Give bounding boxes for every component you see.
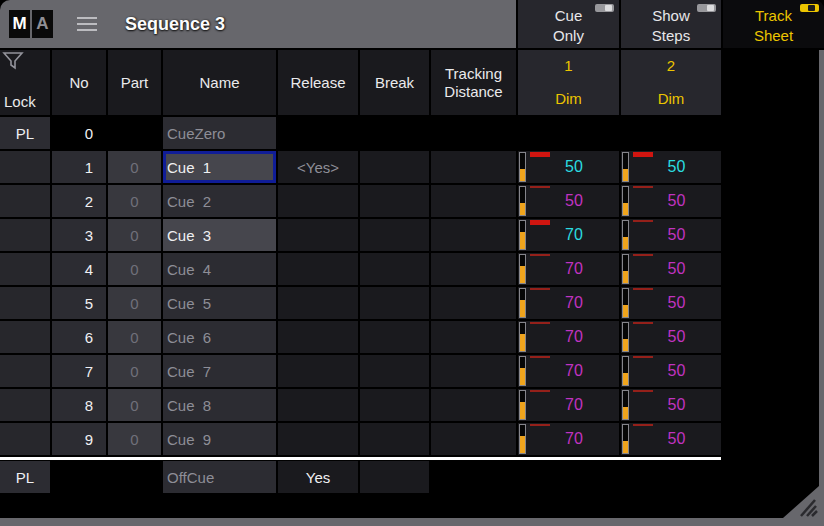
- lock-cell[interactable]: PL: [0, 117, 50, 149]
- lock-cell[interactable]: [0, 185, 50, 217]
- tracking-distance-cell[interactable]: [431, 461, 516, 493]
- tracking-distance-cell[interactable]: [431, 423, 516, 455]
- break-cell[interactable]: [360, 355, 429, 387]
- cue-only-button[interactable]: Cue Only: [518, 0, 619, 48]
- value-cell-1[interactable]: 70: [518, 253, 619, 285]
- cue-name-cell[interactable]: Cue 1: [163, 151, 276, 183]
- part-column-header[interactable]: Part: [108, 50, 161, 115]
- cue-number-cell[interactable]: [52, 461, 106, 493]
- value-cell-1[interactable]: 50: [518, 185, 619, 217]
- part-cell[interactable]: 0: [108, 389, 161, 421]
- release-cell[interactable]: [278, 423, 358, 455]
- cue-name-cell[interactable]: Cue 9: [163, 423, 276, 455]
- break-cell[interactable]: [360, 461, 429, 493]
- tracking-distance-cell[interactable]: [431, 151, 516, 183]
- value-cell-1[interactable]: 70: [518, 287, 619, 319]
- value-cell-1[interactable]: 70: [518, 423, 619, 455]
- cue-name-cell[interactable]: Cue 8: [163, 389, 276, 421]
- show-steps-button[interactable]: Show Steps: [621, 0, 721, 48]
- cue-name-cell[interactable]: Cue 4: [163, 253, 276, 285]
- tracking-distance-column-header[interactable]: Tracking Distance: [431, 50, 516, 115]
- cue-number-cell[interactable]: 1: [52, 151, 106, 183]
- part-cell[interactable]: [108, 461, 161, 493]
- cue-number-cell[interactable]: 7: [52, 355, 106, 387]
- cue-number-cell[interactable]: 3: [52, 219, 106, 251]
- release-cell[interactable]: [278, 321, 358, 353]
- cue-number-cell[interactable]: 5: [52, 287, 106, 319]
- window-menu-icon[interactable]: [77, 17, 97, 31]
- track-column-header-2[interactable]: 2 Dim: [621, 50, 721, 115]
- lock-cell[interactable]: [0, 355, 50, 387]
- value-cell-1[interactable]: 70: [518, 389, 619, 421]
- value-cell-1[interactable]: 50: [518, 151, 619, 183]
- cue-number-cell[interactable]: 9: [52, 423, 106, 455]
- track-sheet-button[interactable]: Track Sheet: [723, 0, 824, 48]
- cue-number-cell[interactable]: 8: [52, 389, 106, 421]
- part-cell[interactable]: 0: [108, 355, 161, 387]
- tracking-distance-cell[interactable]: [431, 253, 516, 285]
- cue-number-cell[interactable]: 4: [52, 253, 106, 285]
- value-cell-2[interactable]: 50: [621, 321, 721, 353]
- value-cell-2[interactable]: 50: [621, 423, 721, 455]
- tracking-distance-cell[interactable]: [431, 287, 516, 319]
- window-right-edge[interactable]: [819, 50, 824, 518]
- value-cell-2[interactable]: 50: [621, 287, 721, 319]
- cue-name-cell[interactable]: Cue 3: [163, 219, 276, 251]
- title-bar-main[interactable]: M A Sequence 3: [0, 0, 516, 48]
- release-cell[interactable]: [278, 355, 358, 387]
- tracking-distance-cell[interactable]: [431, 321, 516, 353]
- tracking-distance-cell[interactable]: [431, 355, 516, 387]
- lock-column-header[interactable]: Lock: [0, 50, 50, 115]
- value-cell-1[interactable]: 70: [518, 321, 619, 353]
- value-cell-2[interactable]: 50: [621, 151, 721, 183]
- break-cell[interactable]: [360, 219, 429, 251]
- ma-logo[interactable]: M A: [9, 10, 53, 38]
- part-cell[interactable]: 0: [108, 287, 161, 319]
- tracking-distance-cell[interactable]: [431, 219, 516, 251]
- value-cell-2[interactable]: 50: [621, 253, 721, 285]
- value-cell-2[interactable]: 50: [621, 389, 721, 421]
- break-cell[interactable]: [360, 151, 429, 183]
- value-cell-1[interactable]: [518, 117, 619, 149]
- value-cell-2[interactable]: [621, 461, 721, 493]
- lock-cell[interactable]: PL: [0, 461, 50, 493]
- lock-cell[interactable]: [0, 287, 50, 319]
- cue-name-cell[interactable]: Cue 2: [163, 185, 276, 217]
- value-cell-2[interactable]: 50: [621, 355, 721, 387]
- cue-number-cell[interactable]: 2: [52, 185, 106, 217]
- track-column-header-1[interactable]: 1 Dim: [518, 50, 619, 115]
- part-cell[interactable]: 0: [108, 423, 161, 455]
- part-cell[interactable]: 0: [108, 219, 161, 251]
- tracking-distance-cell[interactable]: [431, 117, 516, 149]
- window-bottom-edge[interactable]: [0, 518, 824, 526]
- value-cell-1[interactable]: [518, 461, 619, 493]
- release-cell[interactable]: [278, 253, 358, 285]
- release-column-header[interactable]: Release: [278, 50, 358, 115]
- break-column-header[interactable]: Break: [360, 50, 429, 115]
- break-cell[interactable]: [360, 389, 429, 421]
- part-cell[interactable]: [108, 117, 161, 149]
- name-column-header[interactable]: Name: [163, 50, 276, 115]
- part-cell[interactable]: 0: [108, 321, 161, 353]
- cue-name-cell[interactable]: OffCue: [163, 461, 276, 493]
- release-cell[interactable]: [278, 287, 358, 319]
- tracking-distance-cell[interactable]: [431, 389, 516, 421]
- break-cell[interactable]: [360, 423, 429, 455]
- value-cell-1[interactable]: 70: [518, 219, 619, 251]
- value-cell-2[interactable]: [621, 117, 721, 149]
- part-cell[interactable]: 0: [108, 253, 161, 285]
- lock-cell[interactable]: [0, 151, 50, 183]
- release-cell[interactable]: Yes: [278, 461, 358, 493]
- release-cell[interactable]: [278, 219, 358, 251]
- lock-cell[interactable]: [0, 389, 50, 421]
- break-cell[interactable]: [360, 117, 429, 149]
- value-cell-2[interactable]: 50: [621, 219, 721, 251]
- part-cell[interactable]: 0: [108, 185, 161, 217]
- cue-number-cell[interactable]: 0: [52, 117, 106, 149]
- cue-number-cell[interactable]: 6: [52, 321, 106, 353]
- cue-name-cell[interactable]: Cue 6: [163, 321, 276, 353]
- release-cell[interactable]: [278, 117, 358, 149]
- break-cell[interactable]: [360, 185, 429, 217]
- break-cell[interactable]: [360, 253, 429, 285]
- lock-cell[interactable]: [0, 321, 50, 353]
